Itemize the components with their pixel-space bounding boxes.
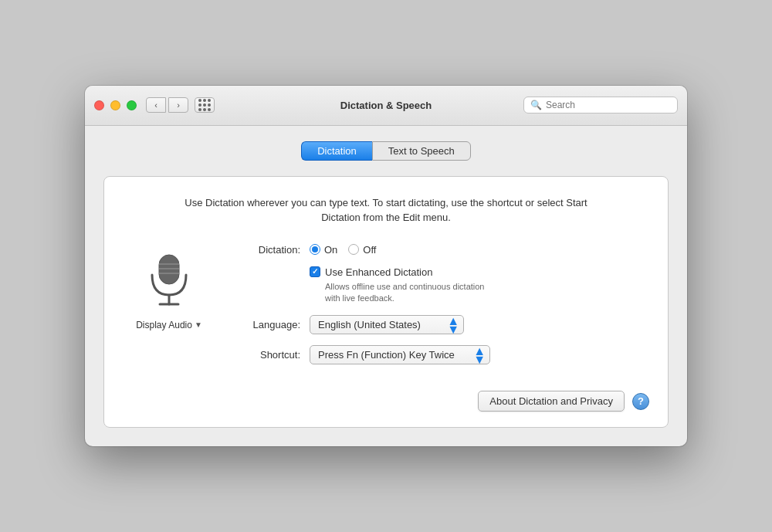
settings-area: Dictation: On Off <box>231 244 649 376</box>
about-button[interactable]: About Dictation and Privacy <box>478 391 625 412</box>
tab-bar: Dictation Text to Speech <box>103 141 669 161</box>
search-box[interactable]: 🔍 <box>523 97 678 114</box>
enhanced-checkbox-row: ✓ Use Enhanced Dictation <box>310 266 649 278</box>
language-row: Language: English (United States) Englis… <box>231 315 649 334</box>
help-button[interactable]: ? <box>632 393 649 410</box>
main-row: Display Audio ▼ Dictation: <box>123 244 649 376</box>
forward-button[interactable]: › <box>168 97 188 113</box>
dictation-radio-group: On Off <box>310 244 376 256</box>
enhanced-section: ✓ Use Enhanced Dictation Allows offline … <box>310 266 649 305</box>
radio-on-circle <box>310 244 320 255</box>
radio-on-dot <box>312 246 318 252</box>
maximize-button[interactable] <box>127 100 137 110</box>
dictation-off-label: Off <box>363 244 376 256</box>
language-label: Language: <box>231 319 300 330</box>
content-area: Dictation Text to Speech Use Dictation w… <box>85 126 687 447</box>
checkmark-icon: ✓ <box>312 268 318 276</box>
minimize-button[interactable] <box>110 100 120 110</box>
search-icon: 🔍 <box>530 100 542 110</box>
traffic-lights <box>94 100 137 110</box>
mic-label-text: Display Audio <box>136 320 192 330</box>
enhanced-desc-line1: Allows offline use and continuous dictat… <box>325 282 485 291</box>
close-button[interactable] <box>94 100 104 110</box>
window-title: Dictation & Speech <box>340 100 432 111</box>
enhanced-description: Allows offline use and continuous dictat… <box>325 281 649 305</box>
language-select[interactable]: English (United States) English (United … <box>310 315 464 334</box>
shortcut-select[interactable]: Press Fn (Function) Key Twice Press Fn K… <box>310 345 490 364</box>
dictation-on-label: On <box>324 244 337 256</box>
bottom-row: About Dictation and Privacy ? <box>123 391 649 412</box>
back-button[interactable]: ‹ <box>146 97 166 113</box>
svg-rect-0 <box>159 255 179 284</box>
mic-area: Display Audio ▼ <box>123 244 215 330</box>
main-window: ‹ › Dictation & Speech 🔍 Dictation Text … <box>85 86 687 447</box>
nav-buttons: ‹ › <box>146 97 188 113</box>
tab-dictation[interactable]: Dictation <box>301 141 372 161</box>
dictation-on-option[interactable]: On <box>310 244 337 256</box>
microphone-icon <box>142 252 196 313</box>
enhanced-checkbox[interactable]: ✓ <box>310 266 320 277</box>
grid-view-button[interactable] <box>195 97 215 113</box>
description-text: Use Dictation wherever you can type text… <box>123 195 649 225</box>
shortcut-row: Shortcut: Press Fn (Function) Key Twice … <box>231 345 649 364</box>
dictation-row: Dictation: On Off <box>231 244 649 256</box>
titlebar: ‹ › Dictation & Speech 🔍 <box>85 86 687 126</box>
radio-off-circle <box>348 244 359 255</box>
tab-text-to-speech[interactable]: Text to Speech <box>372 141 471 161</box>
search-input[interactable] <box>546 100 671 110</box>
shortcut-label: Shortcut: <box>231 349 300 361</box>
enhanced-label: Use Enhanced Dictation <box>325 266 432 278</box>
dictation-label: Dictation: <box>231 244 300 256</box>
shortcut-select-wrapper: Press Fn (Function) Key Twice Press Fn K… <box>310 345 490 364</box>
dictation-off-option[interactable]: Off <box>348 244 376 256</box>
mic-label[interactable]: Display Audio ▼ <box>136 320 202 330</box>
settings-panel: Use Dictation wherever you can type text… <box>103 176 669 429</box>
enhanced-desc-line2: with live feedback. <box>325 293 394 303</box>
language-select-wrapper: English (United States) English (United … <box>310 315 464 334</box>
mic-dropdown-arrow: ▼ <box>195 320 202 329</box>
